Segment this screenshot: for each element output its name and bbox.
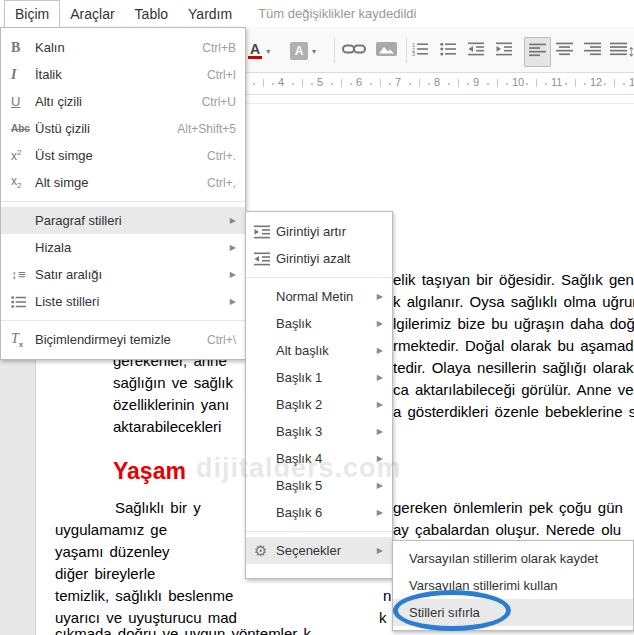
ruler-tick: [253, 83, 255, 85]
insert-link-button[interactable]: [342, 40, 366, 62]
annotation-circle: [393, 590, 511, 631]
menu-item-bold[interactable]: BKalınCtrl+B: [1, 34, 245, 61]
document-text-fragment: k algılanır. Oysa sağlıklı olma uğrund: [393, 293, 634, 311]
ruler-number: 6: [356, 76, 362, 88]
italic-icon: I: [11, 67, 35, 83]
menu-bicim[interactable]: Biçim: [4, 0, 60, 27]
menu-araclar[interactable]: Araçlar: [60, 0, 124, 27]
menu-item-paragraph-styles[interactable]: Paragraf stilleri▶: [1, 207, 245, 234]
line-spacing-icon: ↕: [627, 42, 634, 60]
bulleted-list-button[interactable]: [440, 40, 456, 62]
menu-item-align[interactable]: Hizala▶: [1, 234, 245, 261]
ruler-number: 4: [278, 76, 284, 88]
increase-indent-button[interactable]: [496, 40, 512, 62]
menu-item-decrease-indent[interactable]: Girintiyi azalt: [246, 245, 392, 272]
menu-item-label: Üstü çizili: [35, 121, 167, 136]
numbered-list-button[interactable]: 123: [412, 40, 428, 62]
menu-separator: [1, 320, 245, 321]
highlight-color-button[interactable]: A ▾: [290, 40, 316, 62]
submenu-arrow-icon: ▶: [377, 346, 383, 355]
underline-icon: U: [11, 94, 35, 109]
ruler-tick: [263, 79, 264, 87]
align-right-button[interactable]: [584, 40, 601, 62]
submenu-arrow-icon: ▶: [377, 427, 383, 436]
menu-item-label: Başlık 2: [276, 397, 367, 412]
document-text-fragment: sağlığın ve sağlık: [113, 374, 233, 392]
ruler-tick: [409, 83, 411, 85]
menu-item-label: Kalın: [35, 40, 192, 55]
document-text-fragment: gereken önlemlerin pek çoğu gün: [393, 499, 623, 517]
menu-item-heading-2[interactable]: Başlık 2▶: [246, 391, 392, 418]
menu-item-normal-text[interactable]: Normal Metin▶: [246, 283, 392, 310]
insert-image-button[interactable]: [376, 40, 397, 62]
decrease-indent-icon: [468, 42, 484, 60]
menu-item-strikethrough[interactable]: AbcÜstü çiziliAlt+Shift+5: [1, 115, 245, 142]
align-justify-button[interactable]: [610, 40, 627, 62]
document-text-fragment: Sağlıklı bir y: [115, 499, 201, 517]
submenu-arrow-icon: ▶: [377, 546, 383, 555]
menu-item-increase-indent[interactable]: Girintiyi artır: [246, 218, 392, 245]
align-right-icon: [584, 42, 601, 60]
bulleted-list-icon: [440, 42, 456, 60]
menu-item-label: Başlık 3: [276, 424, 367, 439]
menu-item-shortcut: Ctrl+U: [202, 95, 236, 109]
menu-item-line-spacing[interactable]: ↕≡Satır aralığı▶: [1, 261, 245, 288]
menu-item-heading-1[interactable]: Başlık 1▶: [246, 364, 392, 391]
chevron-down-icon: ▾: [312, 47, 316, 56]
ruler-tick: [428, 83, 430, 85]
ruler-tick: [458, 79, 459, 87]
menu-item-clear-formatting[interactable]: TxBiçimlendirmeyi temizleCtrl+\: [1, 326, 245, 353]
menu-item-options[interactable]: ⚙Seçenekler▶: [246, 537, 392, 564]
format-menu-dropdown: BKalınCtrl+BIİtalikCtrl+IUAltı çiziliCtr…: [0, 27, 246, 360]
text-color-icon: A: [248, 43, 262, 59]
ruler-tick: [575, 79, 576, 87]
document-text-fragment: ca aktarılabileceği görülür. Anne ve: [393, 381, 634, 399]
highlight-color-icon: A: [290, 42, 308, 60]
menu-yardim[interactable]: Yardım: [178, 0, 242, 27]
menu-item-label: Alt simge: [35, 175, 197, 190]
menu-item-italic[interactable]: IİtalikCtrl+I: [1, 61, 245, 88]
subscript-icon: x2: [11, 174, 35, 190]
ruler-tick: [350, 83, 352, 85]
menu-item-heading-3[interactable]: Başlık 3▶: [246, 418, 392, 445]
submenu-arrow-icon: ▶: [230, 297, 236, 306]
document-text-fragment: n: [383, 587, 391, 605]
decrease-indent-icon: [254, 252, 276, 266]
paragraph-styles-submenu: Girintiyi artırGirintiyi azaltNormal Met…: [245, 211, 393, 579]
document-text-fragment: yaşamı düzenley: [55, 543, 170, 561]
decrease-indent-button[interactable]: [468, 40, 484, 62]
submenu-arrow-icon: ▶: [230, 216, 236, 225]
document-text-fragment: lgilerimiz bize bu uğraşın daha doğu: [393, 315, 634, 333]
menu-item-label: Alt başlık: [276, 343, 367, 358]
menu-item-save-as-default-styles[interactable]: Varsayılan stillerim olarak kaydet: [393, 545, 633, 572]
clear-formatting-icon: Tx: [11, 331, 35, 349]
document-text-fragment: aktarabilecekleri: [113, 418, 221, 436]
ruler-tick: [545, 83, 547, 85]
menu-item-title[interactable]: Başlık▶: [246, 310, 392, 337]
align-left-button[interactable]: [524, 37, 551, 67]
line-spacing-icon: ↕≡: [11, 267, 35, 282]
menu-item-subtitle[interactable]: Alt başlık▶: [246, 337, 392, 364]
menu-tablo[interactable]: Tablo: [125, 0, 178, 27]
align-center-button[interactable]: [556, 40, 573, 62]
menu-item-label: Başlık 6: [276, 505, 367, 520]
text-color-button[interactable]: A ▾: [248, 40, 270, 62]
document-heading: Yaşam: [113, 458, 186, 485]
menu-item-heading-6[interactable]: Başlık 6▶: [246, 499, 392, 526]
ruler-tick: [565, 83, 567, 85]
ruler-number: 13: [629, 76, 634, 88]
line-spacing-button[interactable]: ↕: [627, 40, 634, 62]
document-text-fragment: ay çabalardan oluşur. Nerede olu: [393, 521, 621, 539]
menu-item-label: Başlık 1: [276, 370, 367, 385]
menu-item-underline[interactable]: UAltı çiziliCtrl+U: [1, 88, 245, 115]
document-text-fragment: özelliklerinin yanı: [113, 396, 229, 414]
chevron-down-icon: ▾: [266, 47, 270, 56]
submenu-arrow-icon: ▶: [230, 243, 236, 252]
document-text-fragment: temizlik, sağlıklı beslenme: [55, 587, 233, 605]
menu-item-label: Girintiyi artır: [276, 224, 383, 239]
menu-item-superscript[interactable]: x2Üst simgeCtrl+.: [1, 142, 245, 169]
ruler-tick: [331, 83, 333, 85]
menu-item-list-styles[interactable]: Liste stilleri▶: [1, 288, 245, 315]
menu-item-subscript[interactable]: x2Alt simgeCtrl+,: [1, 169, 245, 196]
increase-indent-icon: [254, 225, 276, 239]
